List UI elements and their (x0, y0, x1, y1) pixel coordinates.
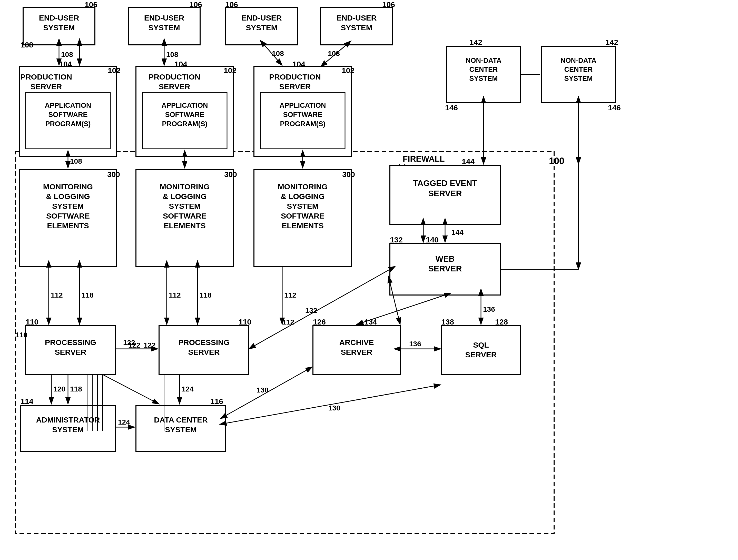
svg-text:SERVER: SERVER (465, 350, 497, 359)
svg-text:PROGRAM(S): PROGRAM(S) (162, 120, 208, 128)
svg-text:NON-DATA: NON-DATA (561, 57, 597, 64)
svg-text:108: 108 (272, 49, 284, 57)
svg-text:108: 108 (166, 50, 178, 58)
svg-text:NON-DATA: NON-DATA (465, 57, 501, 64)
svg-text:SERVER: SERVER (55, 348, 86, 356)
svg-text:MONITORING: MONITORING (43, 183, 93, 191)
svg-text:& LOGGING: & LOGGING (281, 192, 325, 201)
svg-text:100: 100 (549, 156, 564, 166)
svg-text:PRODUCTION: PRODUCTION (269, 73, 321, 81)
svg-text:110: 110 (26, 318, 38, 326)
svg-text:116: 116 (210, 397, 223, 405)
svg-text:SYSTEM: SYSTEM (43, 23, 75, 32)
svg-text:108: 108 (21, 40, 33, 49)
svg-text:PROGRAM(S): PROGRAM(S) (280, 120, 326, 128)
svg-text:146: 146 (445, 103, 458, 112)
svg-text:END-USER: END-USER (144, 14, 184, 22)
svg-text:110: 110 (15, 331, 27, 339)
svg-text:110: 110 (239, 318, 251, 326)
svg-text:SYSTEM: SYSTEM (246, 23, 277, 32)
svg-text:102: 102 (108, 66, 120, 75)
svg-text:SYSTEM: SYSTEM (564, 75, 593, 82)
svg-text:SOFTWARE: SOFTWARE (165, 111, 205, 118)
svg-text:SERVER: SERVER (341, 348, 372, 356)
svg-text:SYSTEM: SYSTEM (52, 202, 84, 210)
svg-text:130: 130 (328, 404, 340, 412)
svg-text:SERVER: SERVER (159, 82, 190, 91)
svg-rect-106 (441, 326, 521, 374)
svg-text:APPLICATION: APPLICATION (280, 101, 326, 109)
svg-text:CENTER: CENTER (564, 66, 593, 73)
diagram: 100 END-USER SYSTEM 108 106 END-USER SYS… (0, 0, 738, 560)
svg-text:108: 108 (328, 49, 340, 57)
svg-text:102: 102 (342, 66, 355, 75)
svg-text:108: 108 (61, 50, 73, 58)
svg-text:126: 126 (313, 318, 326, 326)
svg-text:SQL: SQL (473, 341, 489, 349)
svg-text:SOFTWARE: SOFTWARE (281, 212, 325, 220)
svg-text:106: 106 (225, 0, 238, 9)
svg-text:APPLICATION: APPLICATION (45, 101, 91, 109)
svg-text:136: 136 (409, 340, 421, 348)
svg-text:112: 112 (284, 291, 296, 299)
svg-text:PROCESSING: PROCESSING (45, 338, 96, 346)
svg-text:124: 124 (181, 385, 194, 393)
svg-text:106: 106 (85, 0, 97, 9)
svg-text:120: 120 (53, 385, 65, 393)
svg-text:106: 106 (382, 0, 395, 9)
svg-text:& LOGGING: & LOGGING (46, 192, 90, 201)
svg-text:124: 124 (118, 418, 130, 426)
svg-text:ELEMENTS: ELEMENTS (164, 221, 206, 230)
svg-text:300: 300 (224, 170, 237, 179)
svg-text:104: 104 (292, 60, 305, 68)
svg-text:ELEMENTS: ELEMENTS (282, 221, 324, 230)
svg-text:144: 144 (462, 157, 474, 166)
svg-text:SOFTWARE: SOFTWARE (163, 212, 207, 220)
svg-text:SYSTEM: SYSTEM (148, 23, 180, 32)
svg-text:END-USER: END-USER (39, 14, 79, 22)
svg-text:128: 128 (495, 318, 508, 326)
svg-text:APPLICATION: APPLICATION (161, 101, 208, 109)
svg-text:ARCHIVE: ARCHIVE (339, 338, 374, 346)
svg-text:300: 300 (342, 170, 355, 179)
svg-text:SYSTEM: SYSTEM (169, 202, 200, 210)
svg-text:118: 118 (70, 385, 82, 393)
svg-text:118: 118 (200, 291, 212, 299)
svg-text:104: 104 (59, 60, 72, 68)
svg-text:SYSTEM: SYSTEM (52, 425, 84, 434)
svg-line-157 (357, 295, 445, 324)
svg-text:114: 114 (21, 397, 33, 405)
svg-text:SYSTEM: SYSTEM (165, 425, 197, 434)
svg-text:& LOGGING: & LOGGING (162, 192, 207, 201)
svg-text:TAGGED EVENT: TAGGED EVENT (413, 179, 477, 188)
svg-text:SYSTEM: SYSTEM (469, 75, 498, 82)
svg-text:CENTER: CENTER (469, 66, 498, 73)
svg-text:144: 144 (451, 228, 463, 236)
svg-text:142: 142 (606, 38, 618, 46)
svg-text:SERVER: SERVER (428, 189, 462, 198)
svg-text:138: 138 (441, 318, 454, 326)
svg-line-148 (103, 374, 159, 404)
svg-text:300: 300 (107, 170, 120, 179)
svg-text:PROGRAM(S): PROGRAM(S) (45, 120, 91, 128)
svg-text:MONITORING: MONITORING (278, 183, 328, 191)
svg-text:SERVER: SERVER (188, 348, 220, 356)
svg-text:END-USER: END-USER (337, 14, 377, 22)
svg-text:PRODUCTION: PRODUCTION (148, 73, 200, 81)
svg-text:140: 140 (426, 236, 439, 244)
svg-text:142: 142 (469, 38, 482, 46)
svg-text:132: 132 (390, 236, 403, 244)
svg-text:SOFTWARE: SOFTWARE (283, 111, 322, 118)
svg-text:136: 136 (483, 305, 495, 313)
svg-text:112: 112 (169, 291, 181, 299)
svg-rect-53 (541, 46, 616, 102)
svg-text:ELEMENTS: ELEMENTS (47, 221, 89, 230)
svg-text:SYSTEM: SYSTEM (287, 202, 318, 210)
svg-text:104: 104 (174, 60, 187, 68)
svg-text:132: 132 (305, 307, 317, 314)
svg-rect-48 (446, 46, 521, 102)
svg-text:SOFTWARE: SOFTWARE (46, 212, 90, 220)
svg-text:106: 106 (189, 0, 202, 9)
svg-text:SYSTEM: SYSTEM (341, 23, 372, 32)
svg-text:118: 118 (81, 291, 94, 299)
